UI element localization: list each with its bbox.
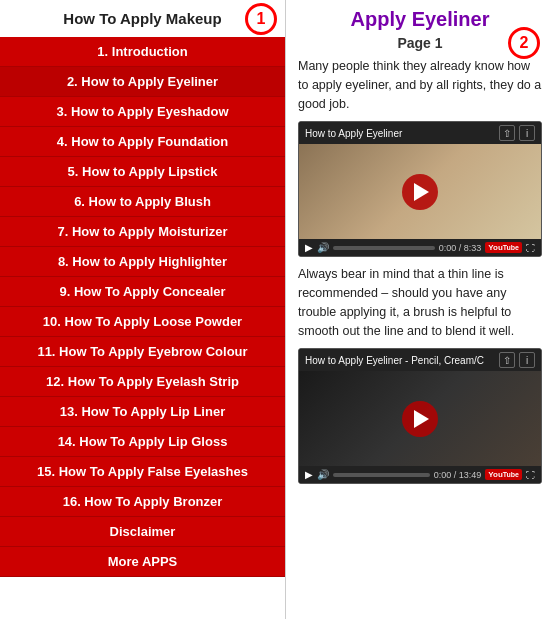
video-1-play-ctrl[interactable]: ▶ xyxy=(305,242,313,253)
video-2-icons: ⇧ i xyxy=(499,352,535,368)
video-2-play-ctrl[interactable]: ▶ xyxy=(305,469,313,480)
badge-1: 1 xyxy=(245,3,277,35)
video-2-share-icon[interactable]: ⇧ xyxy=(499,352,515,368)
play-triangle-icon-2 xyxy=(414,410,429,428)
sidebar-item-1[interactable]: 1. Introduction xyxy=(0,37,285,67)
video-1-bottom-bar: ▶ 🔊 0:00 / 8:33 YouTube ⛶ xyxy=(299,239,541,256)
video-1-top-bar: How to Apply Eyeliner ⇧ i xyxy=(299,122,541,144)
video-1-fullscreen-icon[interactable]: ⛶ xyxy=(526,243,535,253)
sidebar-nav: 1. Introduction2. How to Apply Eyeliner3… xyxy=(0,37,285,577)
video-2-vol-ctrl[interactable]: 🔊 xyxy=(317,469,329,480)
sidebar-item-9[interactable]: 9. How To Apply Concealer xyxy=(0,277,285,307)
video-2-fullscreen-icon[interactable]: ⛶ xyxy=(526,470,535,480)
video-1-thumbnail[interactable] xyxy=(299,144,541,239)
sidebar-item-3[interactable]: 3. How to Apply Eyeshadow xyxy=(0,97,285,127)
sidebar-item-13[interactable]: 13. How To Apply Lip Liner xyxy=(0,397,285,427)
video-1-play-button[interactable] xyxy=(402,174,438,210)
video-1-info-icon[interactable]: i xyxy=(519,125,535,141)
video-2-time: 0:00 / 13:49 xyxy=(434,470,482,480)
video-2-progress-bar[interactable] xyxy=(333,473,430,477)
video-1-title: How to Apply Eyeliner xyxy=(305,128,493,139)
main-content: Apply Eyeliner Page 1 2 Many people thin… xyxy=(286,0,554,619)
sidebar-item-14[interactable]: 14. How To Apply Lip Gloss xyxy=(0,427,285,457)
sidebar-item-18[interactable]: More APPS xyxy=(0,547,285,577)
video-2-top-bar: How to Apply Eyeliner - Pencil, Cream/C … xyxy=(299,349,541,371)
body-text: Always bear in mind that a thin line is … xyxy=(298,265,542,340)
video-2-info-icon[interactable]: i xyxy=(519,352,535,368)
video-1-vol-ctrl[interactable]: 🔊 xyxy=(317,242,329,253)
intro-text: Many people think they already know how … xyxy=(298,57,542,113)
sidebar-item-2[interactable]: 2. How to Apply Eyeliner xyxy=(0,67,285,97)
sidebar-item-17[interactable]: Disclaimer xyxy=(0,517,285,547)
sidebar-item-15[interactable]: 15. How To Apply False Eyelashes xyxy=(0,457,285,487)
sidebar-item-10[interactable]: 10. How To Apply Loose Powder xyxy=(0,307,285,337)
content-page: Page 1 2 xyxy=(298,35,542,51)
sidebar-item-16[interactable]: 16. How To Apply Bronzer xyxy=(0,487,285,517)
youtube-logo-2: YouTube xyxy=(485,469,522,480)
video-2-play-button[interactable] xyxy=(402,401,438,437)
video-2: How to Apply Eyeliner - Pencil, Cream/C … xyxy=(298,348,542,484)
video-2-thumbnail[interactable] xyxy=(299,371,541,466)
video-2-bottom-bar: ▶ 🔊 0:00 / 13:49 YouTube ⛶ xyxy=(299,466,541,483)
sidebar-item-12[interactable]: 12. How To Apply Eyelash Strip xyxy=(0,367,285,397)
sidebar-item-11[interactable]: 11. How To Apply Eyebrow Colour xyxy=(0,337,285,367)
content-title: Apply Eyeliner xyxy=(298,8,542,31)
video-2-title: How to Apply Eyeliner - Pencil, Cream/C xyxy=(305,355,493,366)
sidebar-item-5[interactable]: 5. How to Apply Lipstick xyxy=(0,157,285,187)
play-triangle-icon xyxy=(414,183,429,201)
sidebar-item-4[interactable]: 4. How to Apply Foundation xyxy=(0,127,285,157)
video-1: How to Apply Eyeliner ⇧ i ▶ 🔊 0:00 / 8:3… xyxy=(298,121,542,257)
sidebar-item-8[interactable]: 8. How to Apply Highlighter xyxy=(0,247,285,277)
video-1-time: 0:00 / 8:33 xyxy=(439,243,482,253)
badge-2: 2 xyxy=(508,27,540,59)
sidebar-header: How To Apply Makeup 1 xyxy=(0,0,285,37)
sidebar-item-6[interactable]: 6. How to Apply Blush xyxy=(0,187,285,217)
sidebar: How To Apply Makeup 1 1. Introduction2. … xyxy=(0,0,286,619)
sidebar-title: How To Apply Makeup xyxy=(63,10,221,27)
video-1-icons: ⇧ i xyxy=(499,125,535,141)
video-1-share-icon[interactable]: ⇧ xyxy=(499,125,515,141)
youtube-logo-1: YouTube xyxy=(485,242,522,253)
video-1-progress-bar[interactable] xyxy=(333,246,435,250)
sidebar-item-7[interactable]: 7. How to Apply Moisturizer xyxy=(0,217,285,247)
